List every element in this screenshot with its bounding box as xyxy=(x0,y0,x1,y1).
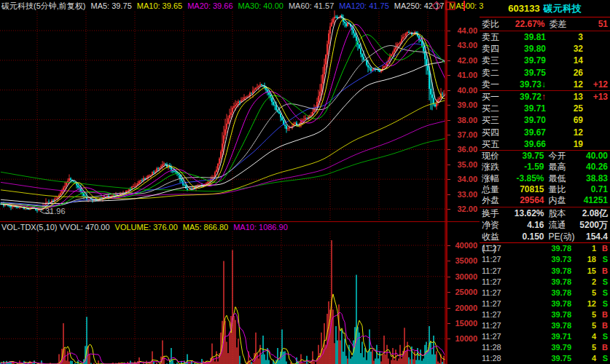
fundamental-row: 净资4.16流通5200万 xyxy=(480,219,610,231)
quote-row: 外盘29564内盘41251 xyxy=(480,195,610,206)
axis-tick xyxy=(447,105,450,106)
price-axis-label: 38.00 xyxy=(457,116,477,124)
header-segment: VOL-TDX(5,10) VVOL: 470.00 xyxy=(1,223,110,232)
axis-tick xyxy=(447,60,450,61)
trade-row: 11:2839.795B xyxy=(480,342,610,353)
volume-axis-label: 30000 xyxy=(455,273,477,280)
axis-tick xyxy=(447,179,450,180)
price-axis-label: 43.00 xyxy=(457,41,477,49)
header-segment: MA10: 39.65 xyxy=(137,1,182,10)
pane-separator xyxy=(0,221,480,222)
header-segment: MA5: 866.80 xyxy=(183,223,228,232)
ask-row-3[interactable]: 卖三39.7914 xyxy=(480,55,610,66)
trade-row: 11:2739.7815B xyxy=(480,265,610,276)
diamond-icon[interactable] xyxy=(431,1,442,11)
header-segment: MA120: 41.75 xyxy=(339,1,389,10)
axis-tick xyxy=(447,323,450,324)
weibi-label: 委比 xyxy=(482,17,504,31)
ask-row-2[interactable]: 卖二39.7526 xyxy=(480,67,610,79)
axis-tick xyxy=(447,165,450,165)
quote-row: 总量70815量比0.71 xyxy=(480,184,610,195)
header-segment: 碳元科技(5分钟,前复权) xyxy=(1,1,86,10)
trade-row: 11:2839.754S xyxy=(480,353,610,364)
price-axis-label: 40.00 xyxy=(457,87,477,94)
chart-region[interactable]: 碳元科技(5分钟,前复权)MA5: 39.75MA10: 39.65MA20: … xyxy=(0,0,446,364)
ask-row-5[interactable]: 卖五39.813 xyxy=(480,31,610,43)
tdx-stock-window: 碳元科技(5分钟,前复权)MA5: 39.75MA10: 39.65MA20: … xyxy=(0,0,610,364)
price-axis-label: 34.00 xyxy=(457,175,477,183)
stock-code: 603133 xyxy=(508,3,539,14)
low-price-marker: 31.96 xyxy=(45,207,66,215)
price-axis-label: 35.00 xyxy=(457,161,477,168)
price-axis-label: 42.00 xyxy=(457,57,477,64)
fundamentals: 换手13.62%股本2.08亿净资4.16流通5200万收益(二)0.150PE… xyxy=(480,207,610,242)
trade-row: 11:2739.785B xyxy=(480,309,610,320)
fundamental-row: 收益(二)0.150PE(动)154.4 xyxy=(480,231,610,242)
ask-row-1[interactable]: 卖一39.73↓12+12 xyxy=(480,79,610,90)
price-axis-label: 44.00 xyxy=(457,27,477,34)
volume-axis-label: 35000 xyxy=(455,257,477,264)
axis-tick xyxy=(447,149,450,150)
ask-row-4[interactable]: 卖四39.8032 xyxy=(480,43,610,55)
price-pane-header: 碳元科技(5分钟,前复权)MA5: 39.75MA10: 39.65MA20: … xyxy=(1,1,488,12)
header-segment: MA20: 39.66 xyxy=(187,1,232,10)
axis-tick xyxy=(447,75,450,76)
bid-row-3[interactable]: 买三39.7069 xyxy=(480,114,610,126)
kline-volume-chart[interactable] xyxy=(0,0,446,364)
price-axis-label: 39.00 xyxy=(457,101,477,108)
volume-axis-label: 10000 xyxy=(455,335,477,342)
bid-row-4[interactable]: 买四39.6712 xyxy=(480,127,610,138)
header-segment: MA60: 41.57 xyxy=(289,1,334,10)
trade-row: 11:2739.782S xyxy=(480,276,610,287)
price-axis-label: 37.00 xyxy=(457,131,477,138)
stock-name: 碳元科技 xyxy=(544,3,582,14)
weibi-value: 22.67% xyxy=(504,17,545,31)
bid-row-5[interactable]: 买五39.6619 xyxy=(480,138,610,150)
volume-axis-label: 15000 xyxy=(455,320,477,327)
tick-trade-list: 11:2739.781B11:2739.7318S11:2739.7815B11… xyxy=(480,243,610,364)
stock-title: 603133碳元科技 xyxy=(480,0,610,17)
axis-tick xyxy=(447,292,450,293)
bid-row-1[interactable]: 买一39.72↑13+13 xyxy=(480,91,610,103)
weibi-row: 委比 22.67% 委差 51 xyxy=(480,17,610,31)
quote-row: 涨跌-1.59最高40.26 xyxy=(480,162,610,173)
volume-axis-label: 20000 xyxy=(455,304,477,312)
price-axis-label: 32.00 xyxy=(457,205,477,213)
axis-tick xyxy=(447,277,450,277)
axis-tick xyxy=(447,339,450,339)
split-window-icon[interactable] xyxy=(445,1,457,11)
price-axis-label: 33.00 xyxy=(457,191,477,198)
header-segment: MA30: 40.00 xyxy=(238,1,284,10)
trade-row: 11:2739.7812S xyxy=(480,298,610,309)
axis-tick xyxy=(447,135,450,135)
axis-tick xyxy=(447,245,450,246)
axis-tick xyxy=(447,209,450,210)
header-segment: VOLUME: 376.00 xyxy=(115,223,178,232)
axis-tick xyxy=(447,194,450,195)
axis-tick xyxy=(447,90,450,91)
quote-row: 现价39.75今开40.00 xyxy=(480,151,610,162)
cursor-caret xyxy=(464,1,465,11)
axis-tick xyxy=(447,45,450,46)
price-axis-label: 41.00 xyxy=(457,71,477,79)
bid-row-2[interactable]: 买二39.7125 xyxy=(480,103,610,114)
price-axis-label: 36.00 xyxy=(457,146,477,153)
trade-row: 11:2739.785B xyxy=(480,320,610,331)
header-segment: MA5: 39.75 xyxy=(91,1,132,10)
quote-panel: 603133碳元科技 委比 22.67% 委差 51 卖五39.813卖四39.… xyxy=(478,0,610,364)
weicha-label: 委差 xyxy=(545,17,567,31)
bid-levels: 买一39.72↑13+13买二39.7125买三39.7069买四39.6712… xyxy=(480,91,610,150)
trade-row: 11:2739.7318S xyxy=(480,254,610,265)
quote-row: 涨幅-3.85%最低38.83 xyxy=(480,173,610,184)
trade-row: 11:2739.785S xyxy=(480,287,610,298)
ask-levels: 卖五39.813卖四39.8032卖三39.7914卖二39.7526卖一39.… xyxy=(480,31,610,90)
axis-strip: 44.0043.0042.0041.0040.0039.0038.0037.00… xyxy=(446,0,480,364)
quote-summary: 现价39.75今开40.00涨跌-1.59最高40.26涨幅-3.85%最低38… xyxy=(480,151,610,207)
volume-axis-label: 25000 xyxy=(455,288,477,296)
weicha-value: 51 xyxy=(567,17,609,31)
axis-tick xyxy=(447,261,450,261)
axis-tick xyxy=(447,120,450,121)
trade-row: 11:2739.714S xyxy=(480,331,610,342)
volume-axis-label: 40000 xyxy=(455,242,477,249)
header-icon-group xyxy=(431,1,465,11)
